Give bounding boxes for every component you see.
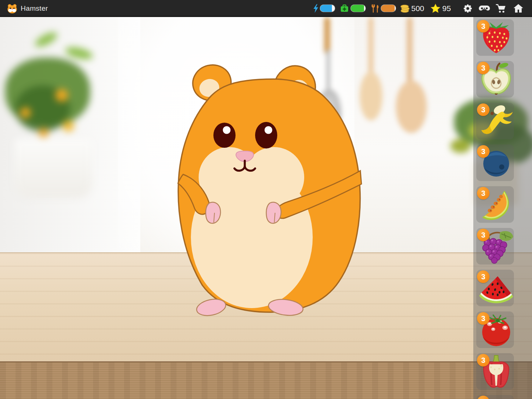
- inventory-item-pepper[interactable]: 3: [476, 353, 514, 390]
- item-count-badge: 3: [477, 62, 490, 74]
- item-count-badge: 3: [477, 103, 490, 116]
- game-stage: 3 3: [0, 0, 532, 399]
- inventory-sidebar: 3 3: [473, 17, 532, 399]
- inventory-item-melon[interactable]: 3: [476, 186, 514, 223]
- inventory-item-watermelon[interactable]: 3: [476, 270, 514, 306]
- food-icon: [371, 0, 380, 17]
- home-button[interactable]: [513, 0, 524, 17]
- app-title: Hamster: [21, 0, 48, 17]
- item-count-badge: 3: [477, 187, 490, 200]
- health-bar: [350, 4, 366, 12]
- inventory-item-tomato[interactable]: 3: [476, 311, 514, 348]
- stars-count: 95: [442, 0, 451, 17]
- shop-button[interactable]: [496, 0, 506, 17]
- counter-front: [0, 361, 532, 399]
- games-button[interactable]: [478, 0, 490, 17]
- inventory-item-apple[interactable]: 3: [476, 61, 514, 98]
- inventory-item-strawberry[interactable]: 3: [476, 19, 514, 56]
- energy-icon: [313, 0, 319, 17]
- topbar: Hamster: [0, 0, 532, 17]
- kitchen-background: 3 3: [0, 17, 532, 399]
- app-logo-icon: [7, 0, 18, 17]
- inventory-item-banana[interactable]: 3: [476, 103, 514, 139]
- item-count-badge: 3: [477, 270, 490, 283]
- item-count-badge: 3: [477, 20, 490, 33]
- plant-left: [0, 17, 118, 194]
- hamster-graphic: [178, 61, 361, 318]
- health-icon: [340, 0, 349, 17]
- coins-count: 500: [411, 0, 424, 17]
- coins-icon: [400, 0, 410, 17]
- inventory-item-grapes[interactable]: 3: [476, 228, 514, 265]
- item-count-badge: 3: [477, 229, 490, 241]
- star-icon: [430, 0, 440, 17]
- item-count-badge: [477, 396, 490, 399]
- inventory-item-blueberry[interactable]: 3: [476, 144, 514, 181]
- item-count-badge: 3: [477, 145, 490, 158]
- inventory-item-hidden[interactable]: [476, 395, 514, 399]
- pet-hamster[interactable]: [174, 60, 365, 318]
- energy-bar: [320, 4, 335, 12]
- item-count-badge: 3: [477, 354, 490, 366]
- item-count-badge: 3: [477, 312, 490, 325]
- settings-button[interactable]: [463, 0, 473, 17]
- food-bar: [381, 4, 396, 12]
